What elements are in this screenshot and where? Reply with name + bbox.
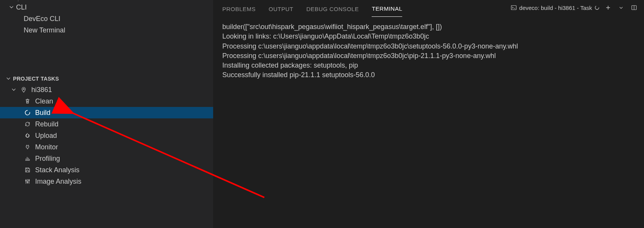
save-icon bbox=[24, 166, 31, 174]
svg-point-5 bbox=[595, 6, 599, 10]
svg-point-0 bbox=[23, 88, 24, 89]
output-line: Installing collected packages: setuptool… bbox=[222, 61, 358, 69]
plus-icon bbox=[605, 5, 611, 11]
trash-icon bbox=[24, 97, 31, 105]
task-upload[interactable]: Upload bbox=[0, 130, 213, 141]
flame-icon bbox=[24, 132, 31, 139]
task-rebuild[interactable]: Rebuild bbox=[0, 118, 213, 130]
tree-item-cli[interactable]: CLI bbox=[0, 2, 213, 13]
task-monitor[interactable]: Monitor bbox=[0, 141, 213, 153]
plug-icon bbox=[24, 143, 31, 151]
spinner-icon bbox=[594, 5, 600, 10]
tree-guide-fragment bbox=[0, 0, 213, 2]
spinner-icon bbox=[24, 109, 31, 116]
task-label: Profiling bbox=[35, 155, 60, 163]
split-icon bbox=[631, 5, 637, 11]
task-label: Clean bbox=[35, 97, 53, 105]
output-line: Looking in links: c:\Users\jianguo\AppDa… bbox=[222, 32, 429, 40]
task-label: Build bbox=[35, 109, 50, 117]
task-label: Rebuild bbox=[35, 120, 58, 128]
tab-problems[interactable]: PROBLEMS bbox=[222, 1, 256, 17]
task-image-analysis[interactable]: Image Analysis bbox=[0, 176, 213, 187]
task-clean[interactable]: Clean bbox=[0, 95, 213, 107]
terminal-task-selector[interactable]: deveco: build - hi3861 - Task bbox=[511, 5, 600, 11]
task-build[interactable]: Build bbox=[0, 107, 213, 118]
output-line: Successfully installed pip-21.1.1 setupt… bbox=[222, 71, 375, 79]
panel-actions: deveco: build - hi3861 - Task bbox=[511, 3, 639, 12]
task-label: Stack Analysis bbox=[35, 166, 79, 174]
section-header-project-tasks[interactable]: PROJECT TASKS bbox=[0, 73, 213, 84]
project-row-hi3861[interactable]: hi3861 bbox=[0, 84, 213, 95]
terminal-task-name: deveco: build - hi3861 - Task bbox=[519, 5, 592, 11]
terminal-output[interactable]: builder(["src\out\hispark_pegasus\wifiio… bbox=[213, 18, 644, 85]
task-label: Upload bbox=[35, 132, 57, 140]
location-icon bbox=[20, 86, 28, 94]
chevron-down-icon bbox=[619, 5, 623, 10]
chevron-down-icon bbox=[5, 76, 11, 82]
new-terminal-button[interactable] bbox=[604, 3, 613, 12]
tab-terminal[interactable]: TERMINAL bbox=[372, 1, 402, 17]
output-line: builder(["src\out\hispark_pegasus\wifiio… bbox=[222, 23, 442, 31]
chevron-down-icon bbox=[8, 4, 15, 10]
svg-rect-4 bbox=[511, 6, 516, 10]
chevron-down-icon bbox=[11, 87, 17, 93]
tree-label: CLI bbox=[16, 3, 27, 11]
task-label: Image Analysis bbox=[35, 178, 81, 186]
refresh-icon bbox=[24, 120, 31, 128]
panel: PROBLEMS OUTPUT DEBUG CONSOLE TERMINAL d… bbox=[213, 0, 644, 228]
output-line: Processing c:\users\jianguo\appdata\loca… bbox=[222, 42, 518, 50]
barchart-icon bbox=[24, 155, 31, 162]
tree-label: New Terminal bbox=[24, 26, 65, 34]
tree-item-new-terminal[interactable]: New Terminal bbox=[0, 24, 213, 36]
terminal-dropdown-button[interactable] bbox=[616, 3, 626, 12]
tab-debug-console[interactable]: DEBUG CONSOLE bbox=[306, 1, 359, 17]
split-terminal-button[interactable] bbox=[629, 3, 639, 12]
sidebar: CLI DevEco CLI New Terminal PROJECT TASK… bbox=[0, 0, 213, 228]
output-line: Processing c:\users\jianguo\appdata\loca… bbox=[222, 52, 496, 60]
terminal-icon bbox=[511, 5, 517, 11]
task-label: Monitor bbox=[35, 143, 58, 151]
section-title: PROJECT TASKS bbox=[13, 76, 59, 82]
panel-tabs: PROBLEMS OUTPUT DEBUG CONSOLE TERMINAL d… bbox=[213, 0, 644, 18]
tree-label: DevEco CLI bbox=[24, 15, 60, 23]
sliders-icon bbox=[24, 178, 31, 185]
tree-item-deveco-cli[interactable]: DevEco CLI bbox=[0, 13, 213, 24]
project-name: hi3861 bbox=[31, 86, 52, 94]
task-stack-analysis[interactable]: Stack Analysis bbox=[0, 164, 213, 176]
task-profiling[interactable]: Profiling bbox=[0, 153, 213, 164]
tab-output[interactable]: OUTPUT bbox=[269, 1, 293, 17]
